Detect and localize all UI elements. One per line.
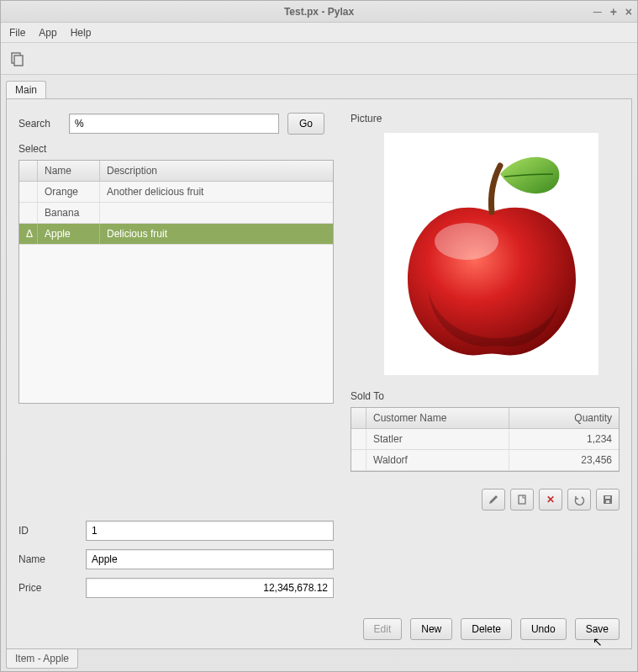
row-description <box>100 203 333 223</box>
row-mark <box>19 182 38 202</box>
table-row[interactable]: Statler1,234 <box>351 429 619 450</box>
go-button[interactable]: Go <box>287 113 324 135</box>
picture-box <box>384 133 598 375</box>
right-column: Picture <box>351 113 620 606</box>
soldto-grid: Customer Name Quantity Statler1,234Waldo… <box>351 407 620 472</box>
svg-rect-5 <box>605 496 610 499</box>
menubar: File App Help <box>1 23 637 43</box>
name-label: Name <box>18 553 77 565</box>
menu-app[interactable]: App <box>39 27 56 39</box>
svg-rect-1 <box>14 56 23 66</box>
row-name: Banana <box>38 203 100 223</box>
apple-image <box>395 145 588 363</box>
menu-help[interactable]: Help <box>71 27 92 39</box>
row-mark <box>351 450 366 470</box>
select-header-description[interactable]: Description <box>100 161 333 181</box>
minimize-icon[interactable]: ─ <box>593 5 602 19</box>
id-field[interactable] <box>86 521 334 541</box>
main-button-row: Edit New Delete Undo Save ↖ <box>18 618 620 640</box>
select-label: Select <box>18 143 334 155</box>
search-input[interactable] <box>69 114 279 134</box>
content-area: Main Search Go Select Name Descript <box>1 75 637 671</box>
id-label: ID <box>18 525 77 537</box>
picture-label: Picture <box>351 113 620 124</box>
delete-icon[interactable]: ✕ <box>539 489 562 511</box>
select-header-mark[interactable] <box>19 161 38 181</box>
fields-block: ID Name Price <box>18 521 334 606</box>
svg-point-2 <box>435 223 498 260</box>
close-icon[interactable]: × <box>625 5 632 19</box>
new-button[interactable]: New <box>410 618 452 640</box>
pencil-icon[interactable] <box>482 489 505 511</box>
menu-file[interactable]: File <box>9 27 25 39</box>
svg-rect-3 <box>519 495 525 504</box>
price-label: Price <box>18 582 77 594</box>
soldto-header-mark[interactable] <box>351 408 366 428</box>
titlebar: Test.px - Pylax ─ + × <box>1 1 637 23</box>
bottom-tabstrip: Item - Apple <box>6 649 632 671</box>
tab-item[interactable]: Item - Apple <box>6 649 78 669</box>
row-mark <box>351 429 366 449</box>
row-name: Apple <box>38 224 100 244</box>
row-quantity: 1,234 <box>509 429 619 449</box>
undo-icon[interactable] <box>567 489 591 511</box>
price-field[interactable] <box>86 578 334 598</box>
table-row[interactable]: OrangeAnother delicious fruit <box>19 182 333 203</box>
main-panel: Search Go Select Name Description Orange… <box>6 98 632 649</box>
row-description: Another delicious fruit <box>100 182 333 202</box>
app-window: Test.px - Pylax ─ + × File App Help Main… <box>0 0 638 672</box>
window-title: Test.px - Pylax <box>284 6 354 18</box>
cursor-icon: ↖ <box>593 635 603 648</box>
row-quantity: 23,456 <box>509 450 619 470</box>
edit-button[interactable]: Edit <box>363 618 403 640</box>
new-icon[interactable] <box>510 489 534 511</box>
toolbar <box>1 43 637 75</box>
select-grid: Name Description OrangeAnother delicious… <box>18 160 334 404</box>
search-label: Search <box>18 118 61 130</box>
soldto-header-customer[interactable]: Customer Name <box>366 408 509 428</box>
maximize-icon[interactable]: + <box>610 5 617 19</box>
copy-icon[interactable] <box>8 49 28 69</box>
delete-button[interactable]: Delete <box>461 618 512 640</box>
row-customer: Statler <box>366 429 509 449</box>
row-name: Orange <box>38 182 100 202</box>
top-tabstrip: Main <box>6 80 632 98</box>
save-icon[interactable] <box>596 489 620 511</box>
window-controls: ─ + × <box>593 5 632 19</box>
soldto-iconbar: ✕ <box>351 489 620 511</box>
undo-button[interactable]: Undo <box>520 618 567 640</box>
row-mark: Δ <box>19 224 38 244</box>
left-column: Search Go Select Name Description Orange… <box>18 113 334 606</box>
name-field[interactable] <box>86 549 334 569</box>
soldto-header-quantity[interactable]: Quantity <box>509 408 619 428</box>
table-row[interactable]: ΔAppleDelicious fruit <box>19 224 333 245</box>
soldto-label: Sold To <box>351 390 620 402</box>
select-header-name[interactable]: Name <box>38 161 100 181</box>
row-description: Delicious fruit <box>100 224 333 244</box>
row-mark <box>19 203 38 223</box>
tab-main[interactable]: Main <box>6 81 46 98</box>
table-row[interactable]: Banana <box>19 203 333 224</box>
table-row[interactable]: Waldorf23,456 <box>351 450 619 471</box>
row-customer: Waldorf <box>366 450 509 470</box>
svg-rect-6 <box>606 500 609 503</box>
